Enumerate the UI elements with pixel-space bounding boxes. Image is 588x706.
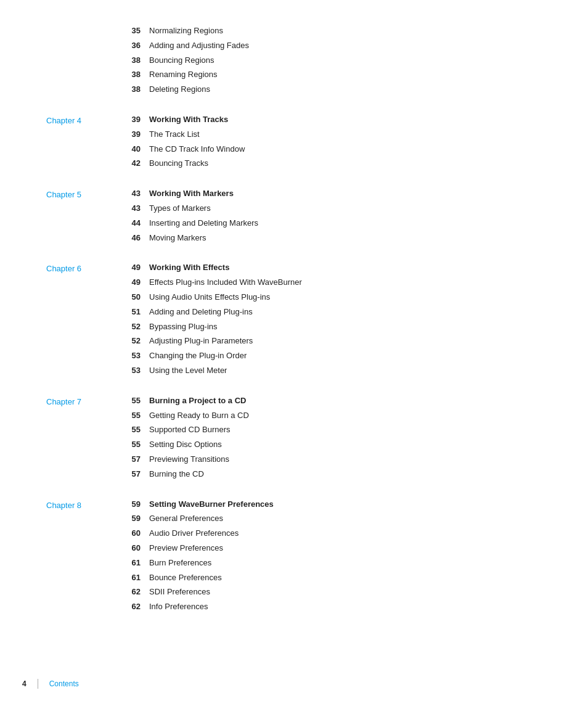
page-number: 39 <box>123 128 141 141</box>
toc-row: 55Getting Ready to Burn a CD <box>123 409 539 422</box>
toc-title: Bouncing Tracks <box>149 157 208 170</box>
toc-row: 35Normalizing Regions <box>123 25 539 38</box>
chapters-container: Chapter 439Working With Tracks39The Trac… <box>123 113 539 614</box>
chapter-section: Chapter 859Setting WaveBurner Preference… <box>123 498 539 614</box>
toc-title: Bypassing Plug-ins <box>149 321 218 334</box>
page-number: 62 <box>123 601 141 614</box>
toc-title: Working With Effects <box>149 261 229 274</box>
page-number: 38 <box>123 54 141 67</box>
toc-row: 42Bouncing Tracks <box>123 157 539 170</box>
toc-title: General Preferences <box>149 512 223 525</box>
toc-row: 46Moving Markers <box>123 232 539 245</box>
page-number: 36 <box>123 39 141 52</box>
page-number: 49 <box>123 276 141 289</box>
intro-section: 35Normalizing Regions36Adding and Adjust… <box>123 25 539 96</box>
page-number: 43 <box>123 187 141 200</box>
toc-row: 57Previewing Transitions <box>123 453 539 466</box>
toc-title: Adding and Adjusting Fades <box>149 39 249 52</box>
page-number: 52 <box>123 321 141 334</box>
toc-row: 51Adding and Deleting Plug-ins <box>123 306 539 319</box>
toc-title: Audio Driver Preferences <box>149 527 239 540</box>
toc-title: Types of Markers <box>149 202 211 215</box>
toc-title: Previewing Transitions <box>149 453 229 466</box>
toc-title: Working With Markers <box>149 187 234 200</box>
page-number: 42 <box>123 157 141 170</box>
toc-row: 57Burning the CD <box>123 468 539 481</box>
toc-row: 61Burn Preferences <box>123 557 539 570</box>
page-number: 62 <box>123 586 141 599</box>
toc-title: Setting WaveBurner Preferences <box>149 498 274 511</box>
toc-title: Inserting and Deleting Markers <box>149 217 258 230</box>
toc-title: Adding and Deleting Plug-ins <box>149 306 253 319</box>
toc-row: 59Setting WaveBurner Preferences <box>123 498 539 511</box>
toc-row: 38Renaming Regions <box>123 68 539 81</box>
page-number: 40 <box>123 143 141 156</box>
page-number: 44 <box>123 217 141 230</box>
page-number: 55 <box>123 438 141 451</box>
chapter-section: Chapter 543Working With Markers43Types o… <box>123 187 539 244</box>
page-number: 60 <box>123 542 141 555</box>
page-number: 61 <box>123 557 141 570</box>
chapter-section: Chapter 649Working With Effects49Effects… <box>123 261 539 377</box>
toc-title: Effects Plug-ins Included With WaveBurne… <box>149 276 302 289</box>
page-number: 49 <box>123 261 141 274</box>
page: 35Normalizing Regions36Adding and Adjust… <box>0 0 588 706</box>
chapter-label: Chapter 6 <box>46 263 81 276</box>
toc-title: Burning the CD <box>149 468 204 481</box>
toc-row: 40The CD Track Info Window <box>123 143 539 156</box>
page-number: 39 <box>123 113 141 126</box>
page-number: 55 <box>123 424 141 437</box>
toc-row: 52Adjusting Plug-in Parameters <box>123 335 539 348</box>
page-number: 43 <box>123 202 141 215</box>
toc-row: 39Working With Tracks <box>123 113 539 126</box>
toc-title: The Track List <box>149 128 200 141</box>
toc-title: Burning a Project to a CD <box>149 395 246 408</box>
toc-row: 55Supported CD Burners <box>123 424 539 437</box>
toc-title: Burn Preferences <box>149 557 211 570</box>
page-number: 35 <box>123 25 141 38</box>
toc-row: 52Bypassing Plug-ins <box>123 321 539 334</box>
toc-title: Setting Disc Options <box>149 438 222 451</box>
toc-row: 62Info Preferences <box>123 601 539 614</box>
toc-row: 59General Preferences <box>123 512 539 525</box>
toc-row: 50Using Audio Units Effects Plug-ins <box>123 291 539 304</box>
page-number: 53 <box>123 350 141 363</box>
chapter-label: Chapter 4 <box>46 115 81 128</box>
toc-title: Bounce Preferences <box>149 572 222 585</box>
toc-title: Renaming Regions <box>149 68 218 81</box>
toc-title: Preview Preferences <box>149 542 223 555</box>
toc-row: 53Using the Level Meter <box>123 364 539 377</box>
page-number: 60 <box>123 527 141 540</box>
toc-row: 60Preview Preferences <box>123 542 539 555</box>
content-area: 35Normalizing Regions36Adding and Adjust… <box>123 25 539 614</box>
toc-row: 61Bounce Preferences <box>123 572 539 585</box>
toc-row: 43Types of Markers <box>123 202 539 215</box>
toc-title: Using the Level Meter <box>149 364 227 377</box>
toc-row: 43Working With Markers <box>123 187 539 200</box>
toc-title: The CD Track Info Window <box>149 143 245 156</box>
page-number: 53 <box>123 364 141 377</box>
footer-divider <box>38 679 38 689</box>
page-number: 61 <box>123 572 141 585</box>
toc-row: 49Working With Effects <box>123 261 539 274</box>
toc-row: 36Adding and Adjusting Fades <box>123 39 539 52</box>
page-number: 55 <box>123 395 141 408</box>
chapter-label: Chapter 5 <box>46 189 81 202</box>
page-number: 55 <box>123 409 141 422</box>
page-number: 38 <box>123 83 141 96</box>
toc-row: 55Burning a Project to a CD <box>123 395 539 408</box>
footer-page-number: 4 <box>22 679 27 688</box>
page-number: 59 <box>123 498 141 511</box>
toc-row: 62SDII Preferences <box>123 586 539 599</box>
chapter-section: Chapter 755Burning a Project to a CD55Ge… <box>123 395 539 481</box>
toc-row: 38Deleting Regions <box>123 83 539 96</box>
toc-title: Changing the Plug-in Order <box>149 350 247 363</box>
page-number: 57 <box>123 453 141 466</box>
toc-row: 39The Track List <box>123 128 539 141</box>
toc-title: Normalizing Regions <box>149 25 223 38</box>
chapter-label: Chapter 7 <box>46 396 81 409</box>
page-number: 51 <box>123 306 141 319</box>
chapter-label: Chapter 8 <box>46 499 81 512</box>
toc-title: Using Audio Units Effects Plug-ins <box>149 291 270 304</box>
toc-title: Getting Ready to Burn a CD <box>149 409 249 422</box>
